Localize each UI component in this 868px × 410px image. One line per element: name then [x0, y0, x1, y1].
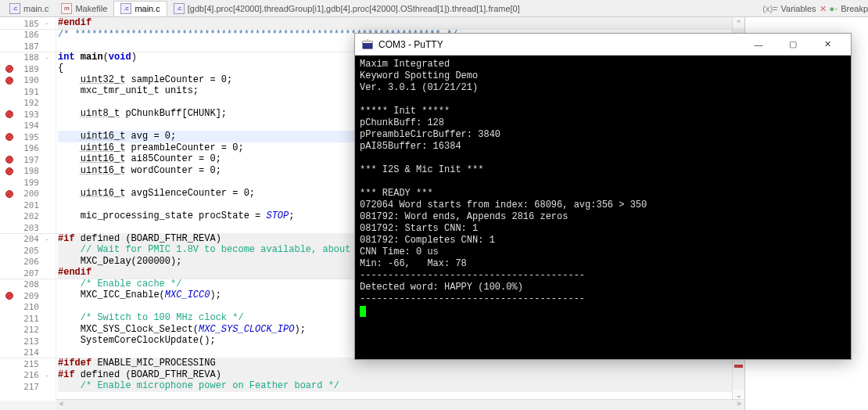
gutter: 185-186187188-18919019119219319419519619…: [0, 17, 56, 401]
fold-marker[interactable]: -: [42, 54, 52, 62]
gutter-line[interactable]: 192: [0, 98, 56, 110]
gutter-line[interactable]: 217: [0, 381, 56, 393]
line-number: 196: [19, 143, 42, 153]
variables-tab[interactable]: Variables: [781, 4, 816, 13]
maximize-button[interactable]: ▢: [776, 34, 810, 56]
terminal-cursor: [360, 306, 366, 317]
horizontal-scrollbar[interactable]: < >: [56, 399, 744, 410]
gutter-line[interactable]: 200: [0, 189, 56, 200]
svg-rect-10: [367, 39, 368, 41]
breakpoint-marker[interactable]: [0, 189, 19, 199]
line-number: 194: [19, 120, 42, 131]
editor-tab-bar: .c main.c m Makefile .c main.c .c [gdb[4…: [0, 0, 868, 17]
gutter-line[interactable]: 201: [0, 200, 56, 211]
line-number: 195: [19, 132, 42, 142]
tab-label: Makefile: [75, 4, 107, 13]
gutter-line[interactable]: 209: [0, 290, 56, 302]
line-number: 204: [19, 234, 42, 244]
line-number: 203: [19, 223, 42, 233]
line-number: 201: [19, 200, 42, 210]
breakpoint-marker[interactable]: [0, 291, 19, 300]
gutter-line[interactable]: 189: [0, 63, 56, 75]
line-number: 217: [19, 382, 42, 392]
gutter-line[interactable]: 187: [0, 41, 56, 52]
line-number: 197: [19, 155, 42, 165]
gutter-line[interactable]: 197: [0, 154, 56, 166]
line-number: 202: [19, 211, 42, 221]
gutter-line[interactable]: 214: [0, 347, 56, 359]
tab-makefile[interactable]: m Makefile: [55, 2, 113, 16]
gutter-line[interactable]: 216-: [0, 370, 56, 382]
gutter-line[interactable]: 202: [0, 211, 56, 223]
fold-marker[interactable]: -: [42, 20, 52, 27]
gutter-line[interactable]: 204-: [0, 234, 56, 246]
tab-label: main.c: [23, 4, 48, 13]
tab-main-c-active[interactable]: .c main.c: [113, 1, 167, 16]
line-number: 208: [19, 279, 42, 290]
gutter-line[interactable]: 185-: [0, 18, 56, 30]
gutter-line[interactable]: 207: [0, 268, 56, 279]
breakpoint-marker[interactable]: [0, 110, 19, 119]
breakpoints-tab[interactable]: Breakp: [841, 4, 868, 13]
c-file-icon: .c: [120, 3, 131, 14]
terminal-text: Maxim Integrated Keyword Spotting Demo V…: [360, 59, 647, 304]
gutter-line[interactable]: 199: [0, 177, 56, 189]
line-number: 214: [19, 347, 42, 358]
close-button[interactable]: ✕: [810, 34, 845, 56]
gutter-line[interactable]: 215: [0, 358, 56, 370]
line-number: 209: [19, 291, 42, 301]
line-number: 200: [19, 189, 42, 199]
putty-window[interactable]: COM3 - PuTTY — ▢ ✕ Maxim Integrated Keyw…: [354, 33, 852, 360]
breakpoint-marker[interactable]: [0, 76, 19, 85]
fold-marker[interactable]: -: [42, 236, 52, 243]
line-number: 185: [19, 19, 42, 29]
gutter-line[interactable]: 193: [0, 109, 56, 120]
scroll-right-arrow[interactable]: >: [733, 400, 744, 410]
tab-label: [gdb[4].proc[42000].threadGroup[i1],gdb[…: [188, 4, 520, 13]
scroll-up-arrow[interactable]: ^: [733, 17, 744, 28]
tab-label: main.c: [135, 4, 160, 13]
breakpoint-marker[interactable]: [0, 64, 19, 74]
gutter-line[interactable]: 208: [0, 279, 56, 291]
gutter-line[interactable]: 213: [0, 336, 56, 347]
gutter-line[interactable]: 210: [0, 302, 56, 314]
line-number: 187: [19, 41, 42, 52]
breakpoint-marker[interactable]: [0, 132, 19, 142]
gutter-line[interactable]: 186: [0, 30, 56, 41]
breakpoint-marker[interactable]: [0, 167, 19, 176]
gutter-line[interactable]: 205: [0, 245, 56, 257]
line-number: 189: [19, 64, 42, 74]
gutter-line[interactable]: 196: [0, 143, 56, 155]
minimize-button[interactable]: —: [741, 34, 776, 56]
putty-titlebar[interactable]: COM3 - PuTTY — ▢ ✕: [355, 34, 851, 56]
line-number: 213: [19, 336, 42, 347]
gutter-line[interactable]: 194: [0, 120, 56, 132]
gutter-line[interactable]: 195: [0, 131, 56, 143]
gutter-line[interactable]: 206: [0, 257, 56, 268]
line-number: 212: [19, 325, 42, 335]
gutter-line[interactable]: 198: [0, 166, 56, 178]
terminal-output[interactable]: Maxim Integrated Keyword Spotting Demo V…: [355, 56, 851, 359]
putty-icon: [361, 38, 374, 51]
line-number: 188: [19, 52, 42, 63]
scroll-left-arrow[interactable]: <: [56, 400, 67, 410]
breakpoint-marker[interactable]: [0, 155, 19, 164]
line-number: 198: [19, 166, 42, 176]
putty-title-text: COM3 - PuTTY: [378, 39, 443, 50]
line-number: 207: [19, 268, 42, 279]
window-controls: — ▢ ✕: [741, 34, 845, 56]
gutter-line[interactable]: 191: [0, 86, 56, 98]
line-number: 215: [19, 359, 42, 369]
line-number: 186: [19, 30, 42, 40]
gutter-line[interactable]: 212: [0, 325, 56, 336]
line-number: 199: [19, 178, 42, 188]
fold-marker[interactable]: -: [42, 372, 52, 379]
gutter-line[interactable]: 190: [0, 75, 56, 87]
tab-main-c-1[interactable]: .c main.c: [3, 2, 55, 16]
gutter-line[interactable]: 188-: [0, 52, 56, 64]
gutter-line[interactable]: 203: [0, 222, 56, 234]
right-panel-tabs: (x)= Variables ✕ ●◦ Breakp: [762, 0, 868, 17]
scroll-mark: [734, 365, 743, 368]
gutter-line[interactable]: 211: [0, 313, 56, 325]
tab-gdb-frame[interactable]: .c [gdb[4].proc[42000].threadGroup[i1],g…: [167, 2, 526, 16]
